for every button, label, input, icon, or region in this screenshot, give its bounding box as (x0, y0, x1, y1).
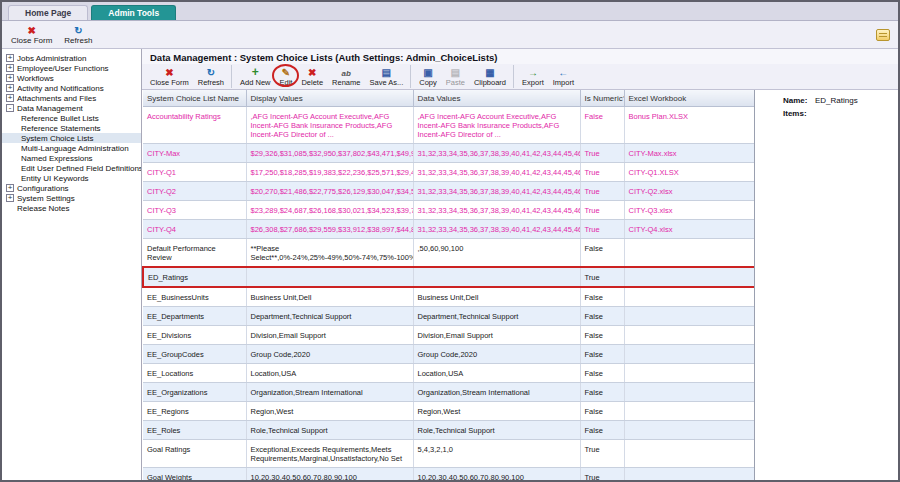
cell-display-values[interactable]: $20,270,$21,486,$22,775,$26,129,$30,047,… (246, 182, 413, 201)
sidebar-item-data-management[interactable]: Data Management (2, 103, 141, 113)
cell-list-name[interactable]: EE_GroupCodes (143, 345, 246, 364)
cell-data-values[interactable]: 31,32,33,34,35,36,37,38,39,40,41,42,43,4… (413, 201, 580, 220)
import-button[interactable]: Import (549, 65, 578, 88)
cell-is-numeric[interactable]: False (580, 326, 624, 345)
cell-excel-workbook[interactable]: CITY-Q2.xlsx (624, 182, 754, 201)
cell-excel-workbook[interactable] (624, 364, 754, 383)
sidebar-item-attachments-and-files[interactable]: Attachments and Files (2, 93, 141, 103)
cell-excel-workbook[interactable]: Bonus Plan.XLSX (624, 107, 754, 144)
cell-data-values[interactable]: 10,20,30,40,50,60,70,80,90,100 (413, 468, 580, 481)
cell-excel-workbook[interactable]: CITY-Max.xlsx (624, 144, 754, 163)
cell-display-values[interactable]: Role,Technical Support (246, 421, 413, 440)
cell-excel-workbook[interactable]: CITY-Q4.xlsx (624, 220, 754, 239)
expand-icon[interactable] (6, 104, 14, 112)
sidebar-item-edit-user-defined-field-definitions[interactable]: Edit User Defined Field Definitions (2, 163, 141, 173)
cell-is-numeric[interactable]: True (580, 440, 624, 468)
cell-excel-workbook[interactable] (624, 383, 754, 402)
cell-list-name[interactable]: EE_BusinessUnits (143, 287, 246, 307)
cell-list-name[interactable]: EE_Locations (143, 364, 246, 383)
table-row-ee-organizations[interactable]: EE_Organizations Organization,Stream Int… (143, 383, 754, 402)
sidebar-item-reference-bullet-lists[interactable]: Reference Bullet Lists (2, 113, 141, 123)
table-row-ee-groupcodes[interactable]: EE_GroupCodes Group Code,2020 Group Code… (143, 345, 754, 364)
cell-data-values[interactable]: Business Unit,Dell (413, 287, 580, 307)
refresh-button[interactable]: Refresh (194, 65, 232, 88)
sidebar-item-configurations[interactable]: Configurations (2, 183, 141, 193)
expand-icon[interactable] (6, 94, 14, 102)
paste-button[interactable]: Paste (442, 65, 469, 88)
expand-icon[interactable] (6, 64, 14, 72)
cell-data-values[interactable]: Department,Technical Support (413, 307, 580, 326)
cell-excel-workbook[interactable] (624, 440, 754, 468)
cell-is-numeric[interactable]: True (580, 201, 624, 220)
cell-display-values[interactable]: Business Unit,Dell (246, 287, 413, 307)
cell-is-numeric[interactable]: False (580, 345, 624, 364)
refresh-button[interactable]: Refresh (61, 24, 95, 46)
cell-is-numeric[interactable]: False (580, 107, 624, 144)
expand-icon[interactable] (6, 84, 14, 92)
cell-excel-workbook[interactable] (624, 468, 754, 481)
cell-list-name[interactable]: Default Performance Review (143, 239, 246, 268)
close-form-button[interactable]: Close Form (8, 24, 55, 46)
cell-list-name[interactable]: Goal Weights (143, 468, 246, 481)
table-row-ee-regions[interactable]: EE_Regions Region,West Region,West False (143, 402, 754, 421)
cell-display-values[interactable]: Organization,Stream International (246, 383, 413, 402)
cell-is-numeric[interactable]: False (580, 402, 624, 421)
cell-display-values[interactable]: ,AFG Incent-AFG Account Executive,AFG In… (246, 107, 413, 144)
edit-button[interactable]: Edit (275, 65, 296, 88)
table-row-ee-roles[interactable]: EE_Roles Role,Technical Support Role,Tec… (143, 421, 754, 440)
cell-list-name[interactable]: CITY-Q1 (143, 163, 246, 182)
cell-display-values[interactable]: 10,20,30,40,50,60,70,80,90,100 (246, 468, 413, 481)
expand-icon[interactable] (6, 54, 14, 62)
cell-is-numeric[interactable]: False (580, 287, 624, 307)
cell-list-name[interactable]: Accountability Ratings (143, 107, 246, 144)
table-row-city-q2[interactable]: CITY-Q2 $20,270,$21,486,$22,775,$26,129,… (143, 182, 754, 201)
cell-display-values[interactable] (246, 267, 413, 287)
cell-excel-workbook[interactable] (624, 326, 754, 345)
cell-data-values[interactable]: 31,32,33,34,35,36,37,38,39,40,41,42,43,4… (413, 144, 580, 163)
cell-display-values[interactable]: Location,USA (246, 364, 413, 383)
cell-list-name[interactable]: EE_Organizations (143, 383, 246, 402)
cell-is-numeric[interactable]: True (580, 267, 624, 287)
cell-display-values[interactable]: $17,250,$18,285,$19,383,$22,236,$25,571,… (246, 163, 413, 182)
cell-data-values[interactable]: Group Code,2020 (413, 345, 580, 364)
cell-display-values[interactable]: $23,289,$24,687,$26,168,$30,021,$34,523,… (246, 201, 413, 220)
cell-excel-workbook[interactable] (624, 307, 754, 326)
sidebar-item-system-settings[interactable]: System Settings (2, 193, 141, 203)
col-header-data-values[interactable]: Data Values (413, 90, 580, 107)
cell-is-numeric[interactable]: False (580, 421, 624, 440)
col-header-excel-workbook[interactable]: Excel Workbook (624, 90, 754, 107)
cell-is-numeric[interactable]: True (580, 220, 624, 239)
sidebar-item-reference-statements[interactable]: Reference Statements (2, 123, 141, 133)
cell-excel-workbook[interactable]: CITY-Q3.xlsx (624, 201, 754, 220)
table-row-ee-businessunits[interactable]: EE_BusinessUnits Business Unit,Dell Busi… (143, 287, 754, 307)
cell-data-values[interactable]: ,50,60,90,100 (413, 239, 580, 268)
table-row-ee-divisions[interactable]: EE_Divisions Division,Email Support Divi… (143, 326, 754, 345)
cell-data-values[interactable]: Role,Technical Support (413, 421, 580, 440)
cell-list-name[interactable]: Goal Ratings (143, 440, 246, 468)
delete-button[interactable]: Delete (297, 65, 327, 88)
tab-admin-tools[interactable]: Admin Tools (91, 5, 176, 20)
cell-is-numeric[interactable]: True (580, 144, 624, 163)
cell-data-values[interactable]: 31,32,33,34,35,36,37,38,39,40,41,42,43,4… (413, 163, 580, 182)
cell-list-name[interactable]: EE_Regions (143, 402, 246, 421)
sidebar-item-multi-language-administration[interactable]: Multi-Language Administration (2, 143, 141, 153)
cell-list-name[interactable]: EE_Divisions (143, 326, 246, 345)
cell-is-numeric[interactable]: False (580, 364, 624, 383)
table-row-ee-locations[interactable]: EE_Locations Location,USA Location,USA F… (143, 364, 754, 383)
expand-icon[interactable] (6, 194, 14, 202)
cell-data-values[interactable]: Location,USA (413, 364, 580, 383)
note-icon[interactable] (876, 29, 890, 41)
sidebar-item-employee-user-functions[interactable]: Employee/User Functions (2, 63, 141, 73)
cell-is-numeric[interactable]: False (580, 307, 624, 326)
cell-display-values[interactable]: Exceptional,Exceeds Requirements,Meets R… (246, 440, 413, 468)
col-header-list-name[interactable]: System Choice List Name (143, 90, 246, 107)
cell-excel-workbook[interactable] (624, 267, 754, 287)
close-form-button[interactable]: Close Form (146, 65, 193, 88)
cell-data-values[interactable]: Organization,Stream International (413, 383, 580, 402)
sidebar-item-workflows[interactable]: Workflows (2, 73, 141, 83)
cell-excel-workbook[interactable] (624, 421, 754, 440)
cell-excel-workbook[interactable] (624, 345, 754, 364)
cell-list-name[interactable]: EE_Roles (143, 421, 246, 440)
tab-home-page[interactable]: Home Page (8, 5, 88, 20)
col-header-display-values[interactable]: Display Values (246, 90, 413, 107)
